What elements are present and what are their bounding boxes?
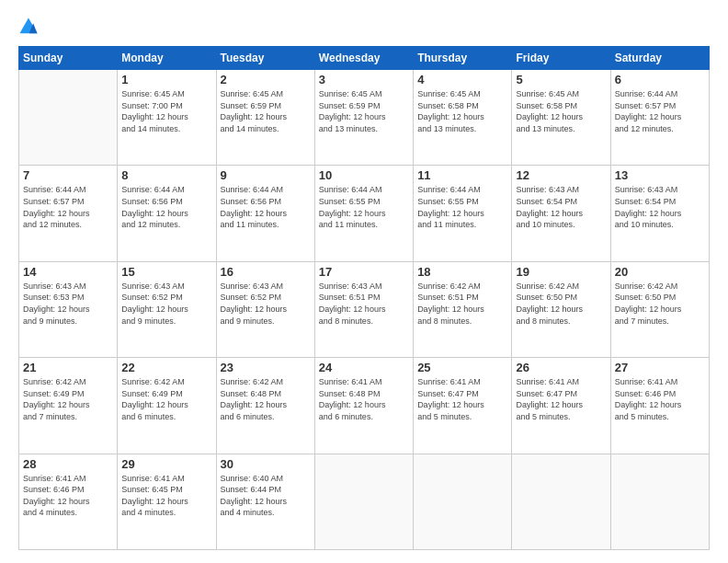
day-info: Sunrise: 6:42 AMSunset: 6:50 PMDaylight:… [615,281,705,327]
day-info: Sunrise: 6:45 AMSunset: 6:58 PMDaylight:… [516,88,606,134]
day-number: 6 [615,73,705,86]
day-cell: 27Sunrise: 6:41 AMSunset: 6:46 PMDayligh… [610,358,709,454]
day-number: 7 [23,168,113,182]
day-number: 1 [121,73,211,86]
week-row-5: 28Sunrise: 6:41 AMSunset: 6:46 PMDayligh… [19,454,710,549]
day-number: 28 [23,457,113,471]
day-cell: 14Sunrise: 6:43 AMSunset: 6:53 PMDayligh… [19,261,118,357]
day-info: Sunrise: 6:44 AMSunset: 6:55 PMDaylight:… [319,184,409,230]
week-row-1: 1Sunrise: 6:45 AMSunset: 7:00 PMDaylight… [19,70,710,166]
weekday-header-row: SundayMondayTuesdayWednesdayThursdayFrid… [19,47,710,70]
day-info: Sunrise: 6:42 AMSunset: 6:51 PMDaylight:… [417,281,507,327]
day-info: Sunrise: 6:41 AMSunset: 6:47 PMDaylight:… [417,376,507,422]
day-cell: 2Sunrise: 6:45 AMSunset: 6:59 PMDaylight… [216,70,314,166]
day-cell: 8Sunrise: 6:44 AMSunset: 6:56 PMDaylight… [118,166,216,261]
day-info: Sunrise: 6:44 AMSunset: 6:56 PMDaylight:… [121,184,211,230]
day-number: 15 [121,265,211,279]
day-cell: 4Sunrise: 6:45 AMSunset: 6:58 PMDaylight… [414,70,512,166]
day-cell: 17Sunrise: 6:43 AMSunset: 6:51 PMDayligh… [314,261,413,357]
day-cell: 5Sunrise: 6:45 AMSunset: 6:58 PMDaylight… [512,70,610,166]
day-cell [314,454,413,549]
day-info: Sunrise: 6:43 AMSunset: 6:54 PMDaylight:… [516,184,606,230]
weekday-header-wednesday: Wednesday [314,47,413,70]
day-number: 4 [417,73,507,86]
day-number: 12 [516,168,606,182]
day-cell: 19Sunrise: 6:42 AMSunset: 6:50 PMDayligh… [512,261,610,357]
day-cell: 6Sunrise: 6:44 AMSunset: 6:57 PMDaylight… [610,70,709,166]
logo [18,17,42,37]
day-cell: 29Sunrise: 6:41 AMSunset: 6:45 PMDayligh… [118,454,216,549]
day-info: Sunrise: 6:44 AMSunset: 6:56 PMDaylight:… [221,184,311,230]
day-info: Sunrise: 6:45 AMSunset: 6:58 PMDaylight:… [417,88,507,134]
day-info: Sunrise: 6:44 AMSunset: 6:57 PMDaylight:… [23,184,113,230]
day-cell: 11Sunrise: 6:44 AMSunset: 6:55 PMDayligh… [414,166,512,261]
day-cell: 22Sunrise: 6:42 AMSunset: 6:49 PMDayligh… [118,358,216,454]
day-number: 26 [516,361,606,374]
day-cell: 9Sunrise: 6:44 AMSunset: 6:56 PMDaylight… [216,166,314,261]
day-info: Sunrise: 6:43 AMSunset: 6:52 PMDaylight:… [221,281,311,327]
day-info: Sunrise: 6:40 AMSunset: 6:44 PMDaylight:… [221,473,311,519]
day-info: Sunrise: 6:42 AMSunset: 6:49 PMDaylight:… [121,376,211,422]
day-cell: 1Sunrise: 6:45 AMSunset: 7:00 PMDaylight… [118,70,216,166]
logo-icon [18,17,39,37]
day-info: Sunrise: 6:45 AMSunset: 6:59 PMDaylight:… [221,88,311,134]
day-info: Sunrise: 6:41 AMSunset: 6:47 PMDaylight:… [516,376,606,422]
day-cell: 21Sunrise: 6:42 AMSunset: 6:49 PMDayligh… [19,358,118,454]
day-number: 25 [417,361,507,374]
day-number: 18 [417,265,507,279]
day-info: Sunrise: 6:41 AMSunset: 6:46 PMDaylight:… [615,376,705,422]
day-cell: 3Sunrise: 6:45 AMSunset: 6:59 PMDaylight… [314,70,413,166]
day-cell [512,454,610,549]
day-info: Sunrise: 6:42 AMSunset: 6:50 PMDaylight:… [516,281,606,327]
weekday-header-monday: Monday [118,47,216,70]
weekday-header-tuesday: Tuesday [216,47,314,70]
day-number: 23 [221,361,311,374]
day-cell: 24Sunrise: 6:41 AMSunset: 6:48 PMDayligh… [314,358,413,454]
day-number: 5 [516,73,606,86]
day-cell [414,454,512,549]
day-cell: 7Sunrise: 6:44 AMSunset: 6:57 PMDaylight… [19,166,118,261]
calendar-table: SundayMondayTuesdayWednesdayThursdayFrid… [18,46,710,550]
day-info: Sunrise: 6:45 AMSunset: 7:00 PMDaylight:… [121,88,211,134]
day-cell: 15Sunrise: 6:43 AMSunset: 6:52 PMDayligh… [118,261,216,357]
header [18,17,710,37]
day-number: 16 [221,265,311,279]
day-number: 8 [121,168,211,182]
day-info: Sunrise: 6:42 AMSunset: 6:48 PMDaylight:… [221,376,311,422]
day-cell [19,70,118,166]
day-number: 13 [615,168,705,182]
day-number: 22 [121,361,211,374]
day-cell: 30Sunrise: 6:40 AMSunset: 6:44 PMDayligh… [216,454,314,549]
day-info: Sunrise: 6:45 AMSunset: 6:59 PMDaylight:… [319,88,409,134]
day-cell: 26Sunrise: 6:41 AMSunset: 6:47 PMDayligh… [512,358,610,454]
day-cell: 13Sunrise: 6:43 AMSunset: 6:54 PMDayligh… [610,166,709,261]
day-cell: 16Sunrise: 6:43 AMSunset: 6:52 PMDayligh… [216,261,314,357]
week-row-2: 7Sunrise: 6:44 AMSunset: 6:57 PMDaylight… [19,166,710,261]
day-cell: 28Sunrise: 6:41 AMSunset: 6:46 PMDayligh… [19,454,118,549]
day-number: 9 [221,168,311,182]
weekday-header-saturday: Saturday [610,47,709,70]
day-number: 19 [516,265,606,279]
day-cell: 10Sunrise: 6:44 AMSunset: 6:55 PMDayligh… [314,166,413,261]
day-number: 11 [417,168,507,182]
day-info: Sunrise: 6:43 AMSunset: 6:52 PMDaylight:… [121,281,211,327]
logo-area [18,17,42,37]
day-cell: 23Sunrise: 6:42 AMSunset: 6:48 PMDayligh… [216,358,314,454]
day-number: 3 [319,73,409,86]
day-number: 27 [615,361,705,374]
week-row-4: 21Sunrise: 6:42 AMSunset: 6:49 PMDayligh… [19,358,710,454]
day-info: Sunrise: 6:44 AMSunset: 6:57 PMDaylight:… [615,88,705,134]
day-info: Sunrise: 6:43 AMSunset: 6:51 PMDaylight:… [319,281,409,327]
day-number: 2 [221,73,311,86]
day-number: 14 [23,265,113,279]
weekday-header-thursday: Thursday [414,47,512,70]
day-cell [610,454,709,549]
week-row-3: 14Sunrise: 6:43 AMSunset: 6:53 PMDayligh… [19,261,710,357]
day-number: 17 [319,265,409,279]
day-info: Sunrise: 6:41 AMSunset: 6:48 PMDaylight:… [319,376,409,422]
calendar-page: SundayMondayTuesdayWednesdayThursdayFrid… [0,0,728,563]
day-info: Sunrise: 6:43 AMSunset: 6:54 PMDaylight:… [615,184,705,230]
day-number: 30 [221,457,311,471]
day-cell: 12Sunrise: 6:43 AMSunset: 6:54 PMDayligh… [512,166,610,261]
day-cell: 25Sunrise: 6:41 AMSunset: 6:47 PMDayligh… [414,358,512,454]
